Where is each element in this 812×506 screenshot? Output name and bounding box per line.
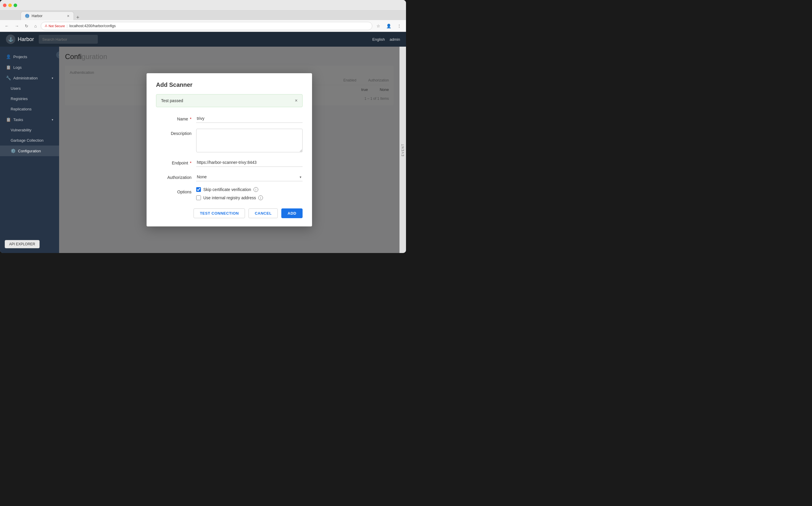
- sidebar-item-label: Tasks: [13, 117, 23, 122]
- sidebar-item-replications[interactable]: Replications: [0, 104, 59, 114]
- logo-icon: ⚓: [6, 34, 15, 44]
- sidebar-item-registries[interactable]: Registries: [0, 94, 59, 104]
- close-window-button[interactable]: [3, 4, 6, 7]
- authorization-field-row: Authorization None Basic Bearer APIKey ▾: [156, 173, 302, 181]
- menu-button[interactable]: ⋮: [395, 22, 403, 29]
- modal-overlay: Add Scanner Test passed × Name *: [59, 47, 400, 253]
- sidebar-item-label: Projects: [13, 55, 27, 59]
- projects-icon: 👤: [6, 54, 11, 59]
- add-scanner-modal: Add Scanner Test passed × Name *: [147, 73, 312, 227]
- tasks-icon: 📋: [6, 117, 11, 122]
- sidebar-item-users[interactable]: Users: [0, 83, 59, 94]
- app-logo: ⚓ Harbor: [6, 34, 34, 44]
- administration-icon: 🔧: [6, 76, 11, 80]
- description-textarea[interactable]: [196, 129, 302, 152]
- modal-footer: TEST CONNECTION CANCEL ADD: [156, 208, 302, 218]
- sidebar-item-label: Replications: [11, 107, 31, 111]
- main-content: Configuration Authentication Enabled Aut…: [59, 47, 400, 253]
- endpoint-required-star: *: [189, 161, 192, 165]
- event-sidebar: EVENT: [400, 47, 406, 253]
- bookmark-button[interactable]: ☆: [375, 22, 382, 29]
- event-label: EVENT: [401, 144, 405, 156]
- options-label: Options: [156, 187, 192, 194]
- use-internal-row: Use internal registry address i: [196, 195, 302, 200]
- maximize-window-button[interactable]: [14, 4, 17, 7]
- use-internal-checkbox[interactable]: [196, 195, 201, 200]
- sidebar-item-vulnerability[interactable]: Vulnerability: [0, 125, 59, 135]
- search-input[interactable]: [39, 35, 98, 44]
- name-field-row: Name *: [156, 114, 302, 123]
- tab-close-button[interactable]: ×: [67, 14, 69, 18]
- options-row: Options Skip certificate verification i …: [156, 187, 302, 200]
- address-bar: ← → ↻ ⌂ ⚠ Not Secure | localhost:4200/ha…: [0, 20, 406, 32]
- reload-button[interactable]: ↻: [23, 22, 30, 29]
- success-banner: Test passed ×: [156, 94, 302, 107]
- sidebar-item-label: Garbage Collection: [11, 138, 44, 143]
- profile-button[interactable]: 👤: [385, 22, 393, 29]
- test-connection-button[interactable]: TEST CONNECTION: [194, 208, 245, 218]
- sidebar-item-configuration[interactable]: ⚙️ Configuration: [0, 146, 59, 156]
- url-divider: |: [67, 24, 68, 28]
- language-selector[interactable]: English: [372, 37, 385, 41]
- modal-title: Add Scanner: [156, 81, 302, 88]
- tab-title: Harbor: [31, 14, 43, 18]
- success-close-button[interactable]: ×: [295, 98, 297, 103]
- tab-favicon-icon: ⚓: [25, 14, 29, 18]
- skip-cert-label: Skip certificate verification: [203, 187, 251, 192]
- sidebar-item-label: Configuration: [18, 149, 41, 153]
- cancel-button[interactable]: CANCEL: [249, 208, 278, 218]
- use-internal-label: Use internal registry address: [203, 195, 256, 200]
- authorization-label: Authorization: [156, 173, 192, 180]
- sidebar-item-projects[interactable]: 👤 Projects: [0, 51, 59, 62]
- authorization-select-wrapper: None Basic Bearer APIKey ▾: [196, 173, 302, 181]
- app-body: « 👤 Projects 📋 Logs 🔧 Administration ▾ U…: [0, 47, 406, 253]
- description-label: Description: [156, 129, 192, 136]
- skip-cert-info-icon[interactable]: i: [254, 187, 258, 192]
- not-secure-indicator: ⚠ Not Secure: [45, 24, 65, 28]
- logs-icon: 📋: [6, 65, 11, 70]
- sidebar-item-tasks[interactable]: 📋 Tasks ▾: [0, 114, 59, 125]
- browser-titlebar: [0, 0, 406, 11]
- app-area: ⚓ Harbor English admin « 👤 Projects 📋 L: [0, 32, 406, 253]
- expand-icon: ▾: [52, 76, 53, 80]
- name-input[interactable]: [196, 114, 302, 123]
- forward-button[interactable]: →: [13, 22, 21, 29]
- user-menu[interactable]: admin: [390, 37, 400, 41]
- name-label: Name *: [156, 114, 192, 121]
- endpoint-label: Endpoint *: [156, 158, 192, 165]
- options-group: Skip certificate verification i Use inte…: [196, 187, 302, 200]
- endpoint-field-row: Endpoint *: [156, 158, 302, 167]
- use-internal-info-icon[interactable]: i: [258, 195, 263, 200]
- sidebar-item-label: Logs: [13, 65, 21, 70]
- sidebar-item-label: Registries: [11, 96, 28, 101]
- sidebar-item-label: Administration: [13, 76, 38, 80]
- sidebar-item-label: Users: [11, 86, 21, 91]
- api-explorer-button[interactable]: API EXPLORER: [5, 240, 40, 248]
- name-required-star: *: [189, 116, 192, 121]
- sidebar: « 👤 Projects 📋 Logs 🔧 Administration ▾ U…: [0, 47, 59, 253]
- app-name: Harbor: [18, 36, 34, 43]
- add-button[interactable]: ADD: [281, 208, 302, 218]
- back-button[interactable]: ←: [3, 22, 11, 29]
- app-header: ⚓ Harbor English admin: [0, 32, 406, 47]
- browser-tab[interactable]: ⚓ Harbor ×: [21, 11, 74, 20]
- endpoint-input[interactable]: [196, 158, 302, 167]
- sidebar-item-garbage-collection[interactable]: Garbage Collection: [0, 135, 59, 146]
- minimize-window-button[interactable]: [8, 4, 12, 7]
- skip-cert-checkbox[interactable]: [196, 187, 201, 192]
- description-field-row: Description: [156, 129, 302, 152]
- success-message: Test passed: [161, 98, 183, 103]
- skip-cert-row: Skip certificate verification i: [196, 187, 302, 192]
- sidebar-item-administration[interactable]: 🔧 Administration ▾: [0, 73, 59, 83]
- configuration-icon: ⚙️: [11, 149, 16, 153]
- authorization-select[interactable]: None Basic Bearer APIKey: [196, 173, 302, 181]
- tasks-expand-icon: ▾: [52, 118, 53, 121]
- sidebar-item-label: Vulnerability: [11, 128, 31, 132]
- new-tab-button[interactable]: +: [74, 15, 82, 20]
- url-text: localhost:4200/harbor/configs: [69, 24, 116, 28]
- home-button[interactable]: ⌂: [32, 22, 39, 29]
- sidebar-item-logs[interactable]: 📋 Logs: [0, 62, 59, 73]
- url-field[interactable]: ⚠ Not Secure | localhost:4200/harbor/con…: [41, 22, 372, 30]
- header-right: English admin: [372, 37, 400, 41]
